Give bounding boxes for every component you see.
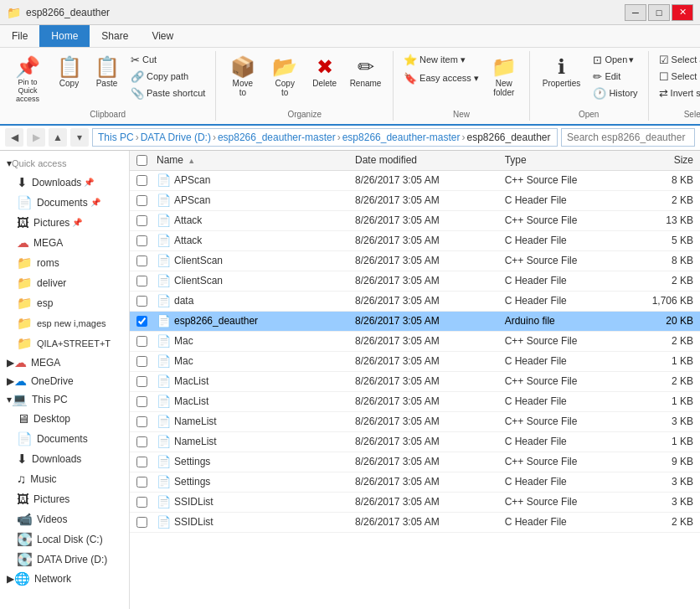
file-checkbox[interactable] [136, 195, 147, 206]
paste-button[interactable]: 📋 Paste [88, 51, 126, 92]
file-row[interactable]: 📄 Settings 8/26/2017 3:05 AM C++ Source … [130, 452, 700, 472]
path-master2[interactable]: esp8266_deauther-master [342, 132, 461, 143]
file-row[interactable]: 📄 Mac 8/26/2017 3:05 AM C++ Source File … [130, 332, 700, 352]
sidebar-item-esp-new[interactable]: 📁 esp new i,mages [7, 313, 129, 333]
path-data-drive[interactable]: DATA Drive (D:) [141, 132, 211, 143]
nav-up-button[interactable]: ▲ [49, 128, 67, 147]
onedrive-header[interactable]: ▶ ☁ OneDrive [0, 372, 129, 390]
search-input[interactable] [561, 128, 695, 147]
open-button[interactable]: ⊡ Open ▾ [588, 51, 642, 68]
sidebar-item-videos[interactable]: 📹 Videos [7, 509, 129, 529]
easy-access-button[interactable]: 🔖 Easy access ▾ [399, 70, 484, 86]
copy-path-button[interactable]: 🔗 Copy path [126, 68, 210, 85]
cut-button[interactable]: ✂ Cut [126, 51, 210, 68]
nav-recent-button[interactable]: ▾ [70, 128, 89, 147]
col-header-name[interactable]: Name ▲ [153, 154, 352, 166]
history-button[interactable]: 🕐 History [588, 85, 642, 101]
delete-button[interactable]: ✖ Delete [306, 51, 343, 92]
sidebar-item-data-d[interactable]: 💽 DATA Drive (D:) [7, 550, 129, 570]
quick-access-header[interactable]: ▾ Quick access [0, 154, 129, 173]
file-checkbox[interactable] [136, 396, 147, 407]
file-checkbox[interactable] [136, 436, 147, 447]
sidebar-item-local-c[interactable]: 💽 Local Disk (C:) [7, 529, 129, 550]
minimize-button[interactable]: ─ [625, 4, 646, 21]
path-master1[interactable]: esp8266_deauther-master [218, 132, 336, 143]
sidebar-item-qila[interactable]: 📁 QILA+STREET+T [7, 333, 129, 354]
maximize-button[interactable]: □ [648, 4, 670, 21]
file-checkbox[interactable] [136, 276, 147, 286]
file-row[interactable]: 📄 APScan 8/26/2017 3:05 AM C Header File… [130, 191, 700, 211]
copy-to-button[interactable]: 📂 Copy to [264, 51, 306, 101]
file-row[interactable]: 📄 APScan 8/26/2017 3:05 AM C++ Source Fi… [130, 171, 700, 191]
file-row[interactable]: 📄 Mac 8/26/2017 3:05 AM C Header File 1 … [130, 352, 700, 372]
file-row[interactable]: 📄 NameList 8/26/2017 3:05 AM C++ Source … [130, 412, 700, 432]
invert-selection-button[interactable]: ⇄ Invert selection [654, 85, 700, 101]
select-none-button[interactable]: ☐ Select none [654, 68, 700, 85]
rename-button[interactable]: ✏ Rename [343, 51, 388, 92]
network-header[interactable]: ▶ 🌐 Network [0, 570, 129, 588]
file-row[interactable]: 📄 NameList 8/26/2017 3:05 AM C Header Fi… [130, 432, 700, 452]
tab-share[interactable]: Share [90, 25, 140, 47]
col-header-type[interactable]: Type [502, 154, 622, 166]
file-row[interactable]: 📄 MacList 8/26/2017 3:05 AM C++ Source F… [130, 372, 700, 392]
sidebar-item-pics[interactable]: 🖼 Pictures [7, 489, 129, 509]
file-checkbox[interactable] [136, 175, 147, 186]
file-row[interactable]: 📄 data 8/26/2017 3:05 AM C Header File 1… [130, 292, 700, 312]
file-checkbox[interactable] [136, 497, 147, 508]
file-checkbox[interactable] [136, 517, 147, 528]
file-checkbox[interactable] [136, 255, 147, 266]
file-row[interactable]: 📄 esp8266_deauther 8/26/2017 3:05 AM Ard… [130, 312, 700, 332]
select-all-button[interactable]: ☑ Select all [654, 51, 700, 68]
file-row[interactable]: 📄 SSIDList 8/26/2017 3:05 AM C++ Source … [130, 493, 700, 513]
sidebar-item-music[interactable]: ♫ Music [7, 469, 129, 489]
file-row[interactable]: 📄 SSIDList 8/26/2017 3:05 AM C Header Fi… [130, 513, 700, 533]
copy-button[interactable]: 📋 Copy [50, 51, 88, 92]
new-item-button[interactable]: ⭐ New item ▾ [399, 51, 484, 68]
file-checkbox[interactable] [136, 336, 147, 347]
file-row[interactable]: 📄 MacList 8/26/2017 3:05 AM C Header Fil… [130, 392, 700, 412]
pin-to-quick-access-button[interactable]: 📌 Pin to Quickaccess [5, 51, 50, 108]
nav-back-button[interactable]: ◀ [5, 128, 23, 147]
sidebar-item-desktop[interactable]: 🖥 Desktop [7, 409, 129, 429]
file-checkbox[interactable] [136, 316, 147, 327]
file-checkbox[interactable] [136, 416, 147, 427]
tab-home[interactable]: Home [39, 25, 90, 47]
sidebar-item-mega[interactable]: ☁ MEGA [7, 233, 129, 253]
sidebar-item-esp[interactable]: 📁 esp [7, 293, 129, 313]
this-pc-header[interactable]: ▾ 💻 This PC [0, 390, 129, 409]
file-checkbox[interactable] [136, 215, 147, 226]
file-row[interactable]: 📄 Attack 8/26/2017 3:05 AM C++ Source Fi… [130, 211, 700, 231]
file-checkbox[interactable] [136, 477, 147, 488]
file-row[interactable]: 📄 ClientScan 8/26/2017 3:05 AM C++ Sourc… [130, 251, 700, 271]
file-row[interactable]: 📄 Attack 8/26/2017 3:05 AM C Header File… [130, 231, 700, 251]
sidebar-item-roms[interactable]: 📁 roms [7, 253, 129, 273]
path-this-pc[interactable]: This PC [98, 132, 134, 143]
sidebar-item-deliver[interactable]: 📁 deliver [7, 273, 129, 293]
mega-header[interactable]: ▶ ☁ MEGA [0, 354, 129, 372]
file-checkbox[interactable] [136, 296, 147, 307]
nav-forward-button[interactable]: ▶ [27, 128, 45, 147]
col-header-date[interactable]: Date modified [352, 154, 502, 166]
sidebar-item-dl[interactable]: ⬇ Downloads [7, 449, 129, 469]
tab-view[interactable]: View [140, 25, 185, 47]
tab-file[interactable]: File [0, 25, 39, 47]
new-folder-button[interactable]: 📁 New folder [484, 51, 524, 101]
move-to-button[interactable]: 📦 Move to [221, 51, 264, 101]
file-row[interactable]: 📄 ClientScan 8/26/2017 3:05 AM C Header … [130, 271, 700, 292]
sidebar-item-downloads[interactable]: ⬇ Downloads 📌 [7, 173, 129, 193]
header-check[interactable] [130, 155, 153, 166]
address-path[interactable]: This PC › DATA Drive (D:) › esp8266_deau… [92, 128, 558, 147]
file-row[interactable]: 📄 Settings 8/26/2017 3:05 AM C Header Fi… [130, 472, 700, 493]
file-checkbox[interactable] [136, 356, 147, 367]
paste-shortcut-button[interactable]: 📎 Paste shortcut [126, 85, 210, 101]
file-checkbox[interactable] [136, 235, 147, 246]
file-checkbox[interactable] [136, 457, 147, 467]
file-checkbox[interactable] [136, 376, 147, 387]
sidebar-item-docs[interactable]: 📄 Documents [7, 429, 129, 449]
col-header-size[interactable]: Size [621, 154, 700, 166]
edit-button[interactable]: ✏ Edit [588, 68, 642, 85]
sidebar-item-pictures[interactable]: 🖼 Pictures 📌 [7, 213, 129, 233]
close-button[interactable]: ✕ [672, 4, 693, 21]
properties-button[interactable]: ℹ Properties [535, 51, 589, 92]
sidebar-item-documents[interactable]: 📄 Documents 📌 [7, 193, 129, 213]
